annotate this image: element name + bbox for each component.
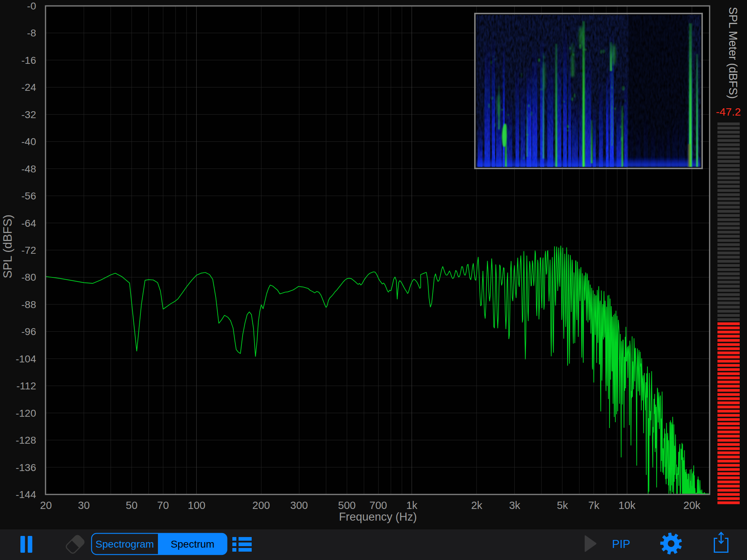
svg-text:-72: -72 (22, 245, 36, 256)
svg-text:-24: -24 (22, 82, 36, 93)
svg-text:PIP: PIP (612, 538, 630, 551)
svg-text:Frequency (Hz): Frequency (Hz) (339, 510, 417, 523)
svg-text:-48: -48 (22, 163, 36, 175)
svg-text:-16: -16 (22, 55, 36, 66)
svg-text:Spectrogram: Spectrogram (96, 538, 154, 550)
svg-text:-104: -104 (16, 353, 36, 365)
svg-text:SPL Meter (dBFS): SPL Meter (dBFS) (727, 7, 739, 99)
svg-text:-96: -96 (22, 326, 36, 337)
svg-text:30: 30 (78, 499, 90, 511)
svg-text:-0: -0 (27, 0, 36, 12)
svg-text:-128: -128 (16, 435, 36, 446)
svg-text:-88: -88 (22, 299, 36, 310)
svg-text:Spectrum: Spectrum (171, 538, 214, 550)
svg-text:50: 50 (126, 499, 138, 511)
svg-text:-32: -32 (22, 109, 36, 120)
svg-text:-112: -112 (16, 380, 36, 392)
svg-text:-136: -136 (16, 462, 36, 473)
svg-text:3k: 3k (509, 499, 520, 511)
svg-text:-47.2: -47.2 (716, 106, 741, 118)
svg-text:200: 200 (252, 499, 270, 511)
svg-text:70: 70 (157, 499, 169, 511)
svg-text:20k: 20k (684, 499, 701, 511)
svg-text:1k: 1k (406, 499, 418, 511)
svg-text:-120: -120 (16, 408, 36, 419)
svg-text:-144: -144 (16, 489, 36, 500)
svg-text:-56: -56 (22, 190, 36, 202)
svg-text:5k: 5k (557, 499, 568, 511)
svg-text:2k: 2k (471, 499, 483, 511)
svg-text:-80: -80 (22, 272, 36, 283)
svg-text:-40: -40 (22, 136, 36, 147)
svg-text:7k: 7k (588, 499, 600, 511)
svg-text:700: 700 (369, 499, 387, 511)
svg-text:SPL (dBFS): SPL (dBFS) (1, 215, 14, 279)
svg-text:300: 300 (290, 499, 308, 511)
svg-text:-64: -64 (22, 218, 36, 229)
svg-text:500: 500 (338, 499, 356, 511)
svg-text:10k: 10k (619, 499, 636, 511)
svg-text:20: 20 (40, 499, 52, 511)
svg-text:100: 100 (188, 499, 205, 511)
svg-text:-8: -8 (27, 27, 36, 39)
